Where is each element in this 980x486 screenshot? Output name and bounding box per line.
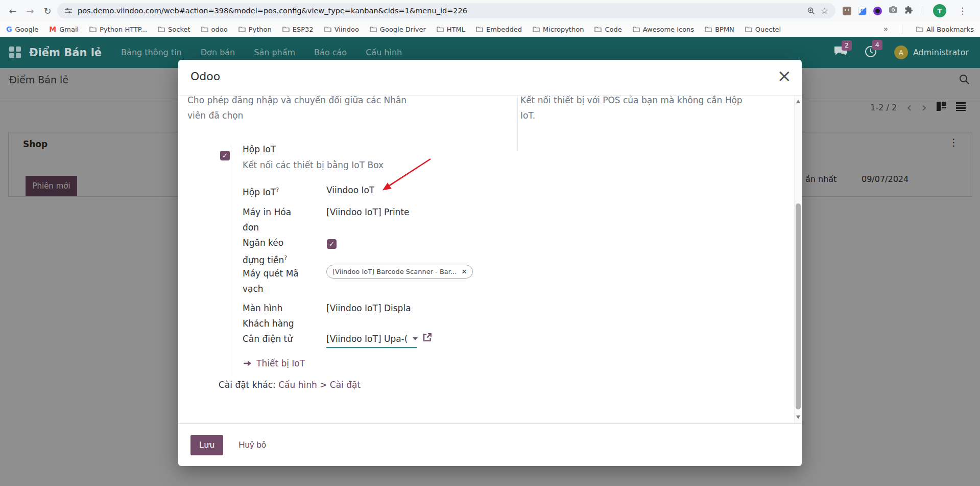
internal-link-arrow-icon [243, 359, 252, 367]
browser-profile-avatar[interactable]: T [933, 4, 946, 17]
user-name: Administrator [913, 48, 969, 57]
extensions-puzzle-icon[interactable] [904, 6, 913, 16]
back-icon[interactable]: ← [4, 6, 21, 16]
folder-icon [705, 26, 712, 32]
bookmark-folder[interactable]: Embedded [476, 26, 522, 33]
modal-footer: Lưu Huỷ bỏ [178, 423, 802, 466]
tampermonkey-extension-icon[interactable] [843, 7, 851, 15]
bookmark-folder[interactable]: Google Driver [370, 26, 426, 33]
setting-pane-border [231, 145, 231, 376]
modal-scrollbar[interactable] [794, 96, 802, 423]
bookmark-folder[interactable]: Python [238, 26, 272, 33]
bookmarks-bar: GGoogle MGmail Python HTTP... Socket odo… [0, 21, 980, 37]
gmail-favicon: M [49, 25, 56, 33]
receipt-printer-value[interactable]: [Viindoo IoT] Printe [326, 204, 414, 220]
extensions-row: G T ⋮ [843, 4, 971, 17]
bookmark-item[interactable]: GGoogle [6, 25, 38, 33]
iot-box-field-value[interactable]: Viindoo IoT [326, 182, 374, 198]
bookmark-star-icon[interactable]: ☆ [821, 6, 828, 16]
menu-dashboard[interactable]: Bảng thông tin [121, 48, 182, 57]
menu-reports[interactable]: Báo cáo [314, 48, 347, 57]
iot-setting-description-line1: Kết nối thiết bị với POS của bạn mà khôn… [520, 96, 743, 108]
bookmark-item[interactable]: MGmail [49, 25, 79, 33]
main-menu: Bảng thông tin Đơn bán Sản phẩm Báo cáo … [121, 48, 402, 57]
other-settings-prefix: Cài đặt khác: [219, 380, 278, 390]
folder-icon [238, 26, 246, 32]
save-button[interactable]: Lưu [190, 435, 223, 455]
folder-icon [533, 26, 540, 32]
column-divider [517, 96, 518, 151]
screen: ← → ↻ pos.demo.viindoo.com/web#action=39… [0, 0, 980, 486]
help-marker: ? [276, 187, 279, 193]
electronic-scale-value[interactable]: [Viindoo IoT] Upa-( [326, 331, 407, 346]
site-settings-icon[interactable] [64, 7, 73, 15]
cashdrawer-checkbox[interactable]: ✓ [327, 239, 337, 249]
purple-extension-icon[interactable] [873, 7, 882, 15]
bookmark-folder[interactable]: odoo [201, 26, 228, 33]
external-link-icon[interactable] [422, 332, 433, 344]
activities-button[interactable]: 4 [865, 45, 877, 60]
bookmark-folder[interactable]: Python HTTP... [89, 26, 147, 33]
bookmarks-divider [902, 25, 902, 34]
menu-orders[interactable]: Đơn bán [201, 48, 235, 57]
bookmarks-overflow-icon[interactable]: » [883, 25, 888, 34]
url-text[interactable]: pos.demo.viindoo.com/web#action=398&mode… [78, 7, 802, 15]
menu-products[interactable]: Sản phẩm [254, 48, 295, 57]
folder-icon [282, 26, 290, 32]
bookmark-folder[interactable]: HTML [437, 26, 465, 33]
url-bar[interactable]: pos.demo.viindoo.com/web#action=398&mode… [57, 3, 835, 18]
bookmark-folder[interactable]: Awesome Icons [633, 26, 694, 33]
modal-title: Odoo [190, 70, 220, 83]
scroll-down-icon[interactable] [796, 415, 800, 419]
electronic-scale-label: Cân điện tử [243, 331, 304, 346]
help-marker: ? [284, 254, 287, 261]
folder-icon [201, 26, 208, 32]
browser-menu-icon[interactable]: ⋮ [958, 6, 967, 16]
messages-button[interactable]: 2 [834, 46, 847, 59]
cancel-button[interactable]: Huỷ bỏ [238, 440, 266, 450]
scrollbar-thumb[interactable] [796, 203, 801, 409]
dropdown-caret-icon[interactable] [413, 337, 418, 340]
folder-icon [745, 26, 752, 32]
reload-icon[interactable]: ↻ [39, 6, 56, 16]
iot-devices-link[interactable]: Thiết bị IoT [243, 358, 305, 368]
close-icon[interactable]: × [777, 66, 792, 85]
zoom-icon[interactable] [807, 7, 816, 15]
folder-icon [370, 26, 377, 32]
iot-setting-subtitle: Kết nối các thiết bị bằng IoT Box [243, 160, 384, 170]
settings-modal: Odoo × Cho phép đăng nhập và chuyển đổi … [178, 60, 802, 466]
forward-icon[interactable]: → [21, 6, 39, 16]
translate-extension-icon[interactable]: G [858, 7, 867, 15]
all-bookmarks[interactable]: All Bookmarks [916, 26, 974, 33]
barcode-scanner-label: Máy quét Mã vạch [243, 266, 304, 296]
bookmark-folder[interactable]: Quectel [745, 26, 781, 33]
scroll-up-icon[interactable] [796, 100, 800, 103]
folder-icon [89, 26, 97, 32]
user-menu[interactable]: A Administrator [894, 45, 969, 59]
bookmark-folder[interactable]: ESP32 [282, 26, 314, 33]
app-title[interactable]: Điểm Bán lẻ [29, 47, 102, 59]
bookmark-folder[interactable]: Socket [158, 26, 190, 33]
iot-setting-title: Hộp IoT [243, 144, 276, 154]
bookmark-folder[interactable]: Viindoo [324, 26, 359, 33]
customer-display-label: Màn hình Khách hàng [243, 300, 304, 331]
bookmark-folder[interactable]: Micropython [533, 26, 584, 33]
bookmark-folder[interactable]: BPMN [705, 26, 734, 33]
settings-breadcrumb-link[interactable]: Cấu hình > Cài đặt [278, 380, 361, 390]
folder-icon [324, 26, 331, 32]
focused-field-underline [326, 347, 417, 348]
cashdrawer-label: Ngăn kéo đựng tiền? [243, 235, 304, 268]
user-avatar: A [894, 45, 908, 59]
modal-header: Odoo × [178, 60, 802, 96]
folder-icon [476, 26, 483, 32]
iot-box-checkbox[interactable]: ✓ [220, 151, 230, 160]
apps-menu-icon[interactable] [9, 47, 21, 58]
camera-extension-icon[interactable] [889, 5, 898, 16]
menu-config[interactable]: Cấu hình [366, 48, 402, 57]
employee-setting-description-line2: viên đã chọn [187, 108, 243, 123]
bookmark-folder[interactable]: Code [594, 26, 622, 33]
customer-display-value[interactable]: [Viindoo IoT] Displa [326, 300, 416, 316]
tag-remove-icon[interactable]: ✕ [461, 268, 467, 275]
modal-body: Cho phép đăng nhập và chuyển đổi giữa cá… [178, 96, 802, 423]
barcode-scanner-tag[interactable]: [Viindoo IoT] Barcode Scanner - Bar... ✕ [326, 265, 473, 279]
